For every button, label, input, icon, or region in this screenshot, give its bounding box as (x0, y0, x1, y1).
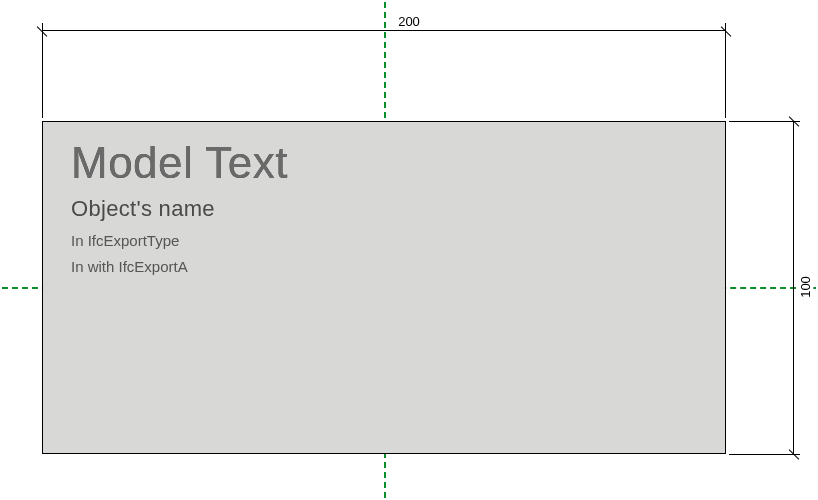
model-object-name: Object's name (71, 196, 215, 222)
model-rectangle: Model Text Object's name In IfcExportTyp… (42, 121, 726, 454)
dimension-tick-icon (787, 114, 801, 128)
model-export-a: In with IfcExportA (71, 258, 188, 275)
dimension-right-line (793, 121, 794, 454)
model-title-text: Model Text (71, 138, 288, 188)
dimension-tick-icon (787, 447, 801, 461)
drawing-canvas: Model Text Object's name In IfcExportTyp… (0, 0, 818, 500)
model-export-type: In IfcExportType (71, 232, 179, 249)
dimension-width-label: 200 (390, 14, 428, 29)
dimension-tick-icon (35, 24, 49, 38)
dimension-tick-icon (719, 24, 733, 38)
dimension-top-line (42, 30, 726, 31)
dimension-height-label: 100 (798, 270, 813, 304)
